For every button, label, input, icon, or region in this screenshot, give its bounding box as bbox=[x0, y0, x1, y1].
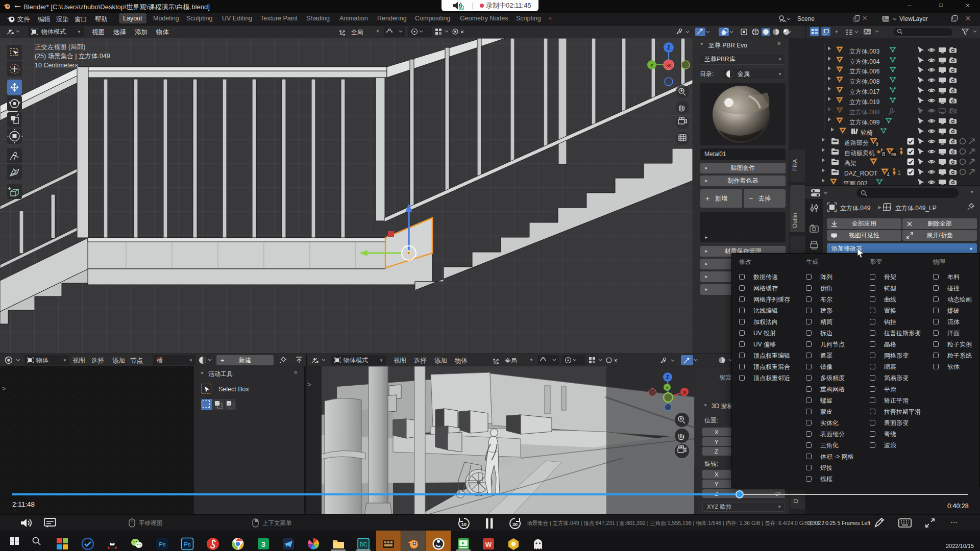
svg-text:DC: DC bbox=[360, 542, 367, 547]
svg-text:Ps: Ps bbox=[184, 541, 191, 547]
svg-text:立方体.004: 立方体.004 bbox=[849, 58, 880, 65]
svg-text:自动贩卖机: 自动贩卖机 bbox=[844, 149, 875, 157]
svg-text:1: 1 bbox=[897, 169, 901, 177]
svg-text:立方体.017: 立方体.017 bbox=[849, 88, 880, 95]
svg-text:3: 3 bbox=[261, 540, 265, 548]
svg-text:立方体.088: 立方体.088 bbox=[849, 109, 880, 116]
svg-text:Y: Y bbox=[650, 63, 653, 68]
svg-text:9: 9 bbox=[875, 141, 878, 147]
svg-text:(25) 场景集合 | 立方体.049: (25) 场景集合 | 立方体.049 bbox=[35, 53, 110, 60]
svg-text:X: X bbox=[683, 390, 686, 395]
svg-text:道路部分: 道路部分 bbox=[844, 139, 869, 146]
svg-text:30: 30 bbox=[512, 522, 518, 527]
svg-text:-X: -X bbox=[667, 63, 671, 68]
svg-text:立方体.099: 立方体.099 bbox=[849, 119, 880, 126]
svg-text:99: 99 bbox=[891, 152, 896, 157]
svg-text:立方体.019: 立方体.019 bbox=[849, 98, 880, 106]
svg-text:立方体.008: 立方体.008 bbox=[849, 78, 880, 85]
svg-text:立方体.003: 立方体.003 bbox=[849, 48, 880, 55]
svg-text:W: W bbox=[485, 541, 492, 548]
svg-text:4: 4 bbox=[887, 172, 890, 178]
svg-text:Y: Y bbox=[666, 386, 669, 390]
svg-text:轮椅: 轮椅 bbox=[861, 129, 873, 136]
svg-text:10: 10 bbox=[461, 522, 467, 527]
svg-text:Z: Z bbox=[666, 374, 669, 380]
svg-text:立方体.006: 立方体.006 bbox=[849, 68, 880, 75]
svg-text:Ps: Ps bbox=[159, 541, 166, 547]
svg-text:10 Centimeters: 10 Centimeters bbox=[35, 62, 78, 69]
svg-text:8: 8 bbox=[882, 152, 885, 157]
svg-text:高架: 高架 bbox=[844, 160, 856, 167]
svg-text:Z: Z bbox=[667, 45, 670, 51]
svg-text:平面.002: 平面.002 bbox=[843, 180, 868, 185]
svg-text:正交左视图 (局部): 正交左视图 (局部) bbox=[35, 43, 85, 51]
svg-text:DAZ_ROOT: DAZ_ROOT bbox=[844, 170, 878, 177]
